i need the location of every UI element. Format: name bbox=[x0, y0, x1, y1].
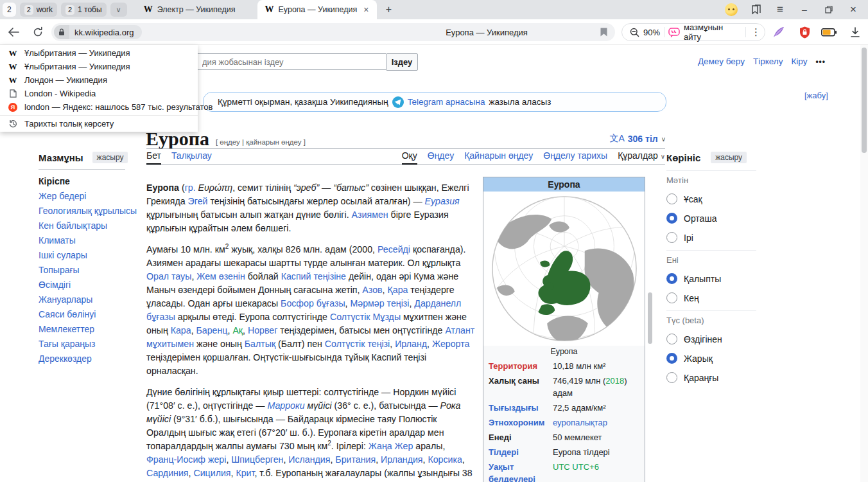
downloads-icon[interactable] bbox=[847, 25, 863, 39]
tab-history[interactable]: Өңделу тарихы bbox=[543, 150, 607, 165]
inline-link[interactable]: Корсика bbox=[428, 454, 462, 465]
inline-link[interactable]: Ирландия bbox=[381, 454, 423, 465]
inline-link[interactable]: Босфор бұғазы bbox=[281, 298, 345, 308]
suggestion-item[interactable]: Я london — Яндекс: нашлось 587 тыс. резу… bbox=[0, 100, 198, 114]
toc-item[interactable]: Өсімдігі bbox=[39, 278, 135, 292]
personal-more-icon[interactable]: ••• bbox=[815, 57, 826, 66]
suggestion-item[interactable]: W Ұлыбритания — Уикипедия bbox=[0, 46, 198, 60]
radio-color-light[interactable]: Жарық bbox=[666, 353, 756, 364]
inline-link[interactable]: Солтүстік Мұзды bbox=[330, 312, 401, 322]
back-button[interactable] bbox=[5, 24, 22, 40]
tab-edit[interactable]: Өңдеу bbox=[428, 150, 454, 165]
telegram-channel-link[interactable]: Telegram арнасына bbox=[408, 97, 485, 107]
url-chip[interactable]: kk.wikipedia.org bbox=[54, 25, 142, 39]
inline-link[interactable]: гр. bbox=[185, 183, 196, 193]
inline-link[interactable]: Солтүстік теңізі bbox=[325, 339, 390, 349]
tab-group-collapsed[interactable]: 2 bbox=[3, 3, 16, 17]
infobox-label[interactable]: Этнохороним bbox=[489, 416, 553, 429]
inline-link[interactable]: Кара bbox=[171, 325, 191, 335]
zoom-out-icon[interactable] bbox=[630, 28, 639, 37]
suggestion-item[interactable]: W Ұлыбритания — Уикипедия bbox=[0, 60, 198, 73]
radio-icon[interactable] bbox=[666, 232, 677, 243]
inline-link[interactable]: Крит bbox=[236, 468, 254, 478]
radio-color-auto[interactable]: Өздігінен bbox=[666, 334, 756, 344]
zoom-level[interactable]: 90% bbox=[643, 28, 660, 37]
side-panels-icon[interactable] bbox=[751, 4, 761, 15]
radio-icon[interactable] bbox=[666, 353, 677, 364]
battery-icon[interactable] bbox=[821, 25, 837, 39]
inline-link[interactable]: Британия bbox=[335, 454, 376, 465]
inline-link[interactable]: Сардиния bbox=[146, 468, 189, 478]
toc-item[interactable]: Топырағы bbox=[39, 263, 135, 278]
tab-edit-source[interactable]: Қайнарын өңдеу bbox=[464, 150, 533, 165]
tab-close-icon[interactable]: × bbox=[363, 5, 369, 14]
europe-globe-image[interactable] bbox=[483, 192, 645, 346]
toc-item[interactable]: Кіріспе bbox=[39, 174, 135, 189]
inline-link[interactable]: Норвег bbox=[248, 325, 277, 335]
toc-item[interactable]: Ішкі сулары bbox=[39, 248, 135, 263]
radio-width-wide[interactable]: Кең bbox=[666, 292, 756, 303]
tab-group-work[interactable]: 2 work bbox=[20, 3, 57, 17]
radio-text-large[interactable]: Ірі bbox=[666, 232, 756, 243]
yandex-quill-icon[interactable] bbox=[771, 25, 786, 39]
radio-icon[interactable] bbox=[666, 213, 677, 224]
bookmark-icon[interactable] bbox=[600, 28, 607, 37]
inline-link[interactable]: Баренц bbox=[196, 325, 228, 335]
toc-item[interactable]: Дереккөздер bbox=[39, 352, 135, 366]
inline-link[interactable]: Ирланд bbox=[395, 339, 427, 349]
inline-link[interactable]: Азиямен bbox=[352, 210, 388, 220]
tab-read[interactable]: Оқу bbox=[402, 150, 417, 165]
lock-icon[interactable] bbox=[54, 25, 69, 39]
suggestion-item[interactable]: W Лондон — Уикипедия bbox=[0, 73, 198, 87]
toc-hide-button[interactable]: жасыру bbox=[92, 152, 128, 163]
toc-item[interactable]: Мемлекеттер bbox=[39, 322, 135, 337]
inline-link[interactable]: Жаңа Жер bbox=[369, 441, 413, 451]
radio-icon[interactable] bbox=[666, 372, 677, 383]
infobox-label[interactable]: Уақыт белдеулері bbox=[489, 461, 553, 482]
omnibox-more-icon[interactable]: ⋮ bbox=[751, 26, 761, 38]
radio-color-dark[interactable]: Қараңғы bbox=[666, 372, 756, 383]
radio-icon[interactable] bbox=[666, 292, 677, 303]
inline-link[interactable]: Мәрмәр теңізі bbox=[351, 298, 410, 308]
toc-item[interactable]: Саяси бөлінуі bbox=[39, 307, 135, 322]
inline-link[interactable]: Орал тауы bbox=[146, 271, 191, 281]
radio-text-medium[interactable]: Орташа bbox=[666, 213, 756, 224]
tab-tools[interactable]: Құралдар ∨ bbox=[618, 150, 665, 165]
toc-item[interactable]: Жануарлары bbox=[39, 292, 135, 307]
toc-item[interactable]: Тағы қараңыз bbox=[39, 337, 135, 352]
tab-talk[interactable]: Талқылау bbox=[171, 150, 212, 165]
window-minimize-button[interactable]: – bbox=[799, 4, 810, 15]
profile-avatar[interactable] bbox=[725, 3, 738, 16]
menu-hamburger-icon[interactable]: ≡ bbox=[774, 4, 786, 15]
address-bar[interactable]: kk.wikipedia.org Еуропа — Уикипедия bbox=[51, 23, 615, 41]
radio-icon[interactable] bbox=[666, 193, 677, 204]
tab-europa-active[interactable]: W Еуропа — Уикипедия × bbox=[257, 0, 377, 19]
inline-link[interactable]: Исландия bbox=[288, 454, 330, 465]
protect-shield-icon[interactable] bbox=[797, 25, 812, 39]
wiki-search-button[interactable]: Іздеу bbox=[386, 53, 418, 71]
inline-link[interactable]: Ресейді bbox=[378, 244, 410, 254]
inline-link[interactable]: Балтық bbox=[245, 339, 275, 349]
toc-item[interactable]: Кен байлықтары bbox=[39, 219, 135, 233]
reload-button[interactable] bbox=[30, 24, 46, 40]
toc-item[interactable]: Жер бедері bbox=[39, 189, 135, 204]
toc-item[interactable]: Геологиялық құрылысы bbox=[39, 204, 135, 219]
banner-close-link[interactable]: [жабу] bbox=[804, 91, 828, 100]
inline-link[interactable]: Шпицберген bbox=[231, 454, 283, 465]
inline-link[interactable]: Эгей bbox=[188, 196, 208, 206]
language-selector-button[interactable]: 文A 306 тіл ∨ bbox=[609, 133, 666, 145]
login-link[interactable]: Кіру bbox=[791, 57, 807, 66]
tab-electr[interactable]: W Электр — Уикипедия bbox=[136, 0, 243, 19]
tab-groups-chevron-icon[interactable]: ∨ bbox=[110, 3, 127, 17]
window-close-button[interactable]: × bbox=[847, 4, 859, 15]
radio-width-standard[interactable]: Қалыпты bbox=[666, 273, 756, 284]
suggestion-item[interactable]: London - Wikipedia bbox=[0, 87, 198, 100]
toc-item[interactable]: Климаты bbox=[39, 233, 135, 248]
show-full-history-item[interactable]: Тарихты толық көрсету bbox=[0, 117, 198, 130]
appearance-hide-button[interactable]: жасыру bbox=[711, 152, 747, 163]
inline-link[interactable]: еуропалықтар bbox=[553, 418, 607, 427]
read-aloud-icon[interactable] bbox=[668, 28, 680, 37]
radio-icon[interactable] bbox=[666, 273, 677, 284]
infobox-label[interactable]: Тілдері bbox=[489, 446, 553, 458]
register-link[interactable]: Тіркелу bbox=[753, 57, 783, 66]
